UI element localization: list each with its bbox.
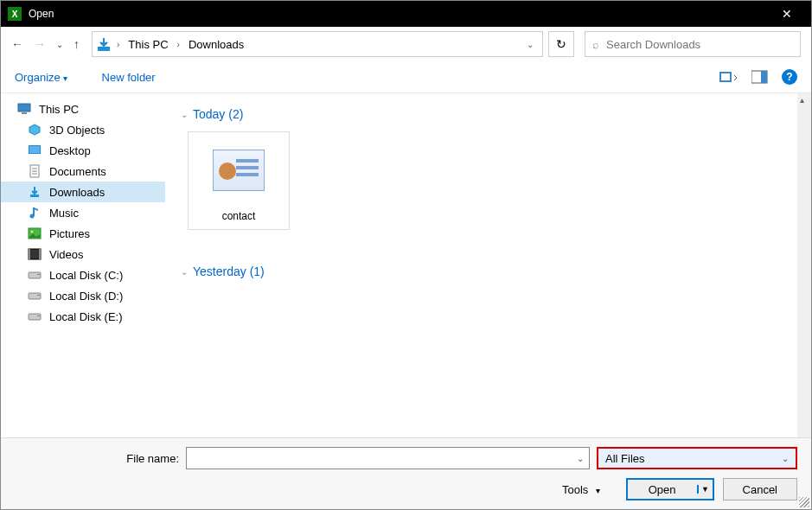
svg-rect-25 <box>37 316 40 316</box>
scrollbar[interactable] <box>797 93 811 437</box>
file-item[interactable]: contact <box>188 131 290 230</box>
sidebar-item-label: Local Disk (D:) <box>49 290 123 303</box>
video-icon <box>27 247 42 261</box>
svg-rect-18 <box>29 249 30 259</box>
up-button[interactable]: ↑ <box>74 37 80 51</box>
sidebar-item-3d-objects[interactable]: 3D Objects <box>1 119 165 140</box>
organize-menu[interactable]: Organize <box>15 71 67 84</box>
group-label: Yesterday (1) <box>193 265 265 278</box>
forward-button[interactable]: → <box>34 37 46 51</box>
sidebar-item-desktop[interactable]: Desktop <box>1 140 165 161</box>
disk-icon <box>27 268 42 282</box>
nav-arrows: ← → ⌄ ↑ <box>11 37 80 51</box>
svg-rect-5 <box>22 112 27 114</box>
file-type-filter[interactable]: All Files ⌄ <box>597 447 797 469</box>
group-header[interactable]: ⌄Yesterday (1) <box>181 265 782 278</box>
tools-menu[interactable]: Tools <box>562 483 600 496</box>
pic-icon <box>27 226 42 240</box>
svg-rect-1 <box>721 73 730 80</box>
svg-rect-22 <box>29 293 41 299</box>
svg-rect-3 <box>761 71 767 83</box>
bottom-panel: File name: ⌄ All Files ⌄ Tools Open ▼ Ca… <box>1 437 811 509</box>
group-header[interactable]: ⌄Today (2) <box>181 107 782 121</box>
sidebar-item-label: 3D Objects <box>49 124 105 137</box>
sidebar-item-videos[interactable]: Videos <box>1 244 165 265</box>
doc-icon <box>27 164 42 178</box>
downloads-icon <box>96 36 112 52</box>
chevron-down-icon: ⌄ <box>782 454 789 463</box>
open-button[interactable]: Open ▼ <box>626 478 714 500</box>
refresh-button[interactable]: ↻ <box>548 31 574 57</box>
chevron-right-icon[interactable]: › <box>117 40 119 49</box>
filename-label: File name: <box>15 452 179 465</box>
sidebar-item-label: Documents <box>49 165 106 178</box>
titlebar: X Open ✕ <box>1 1 811 27</box>
sidebar-item-label: This PC <box>39 103 79 116</box>
sidebar-item-local-disk-d-[interactable]: Local Disk (D:) <box>1 285 165 306</box>
disk-icon <box>27 289 42 303</box>
svg-marker-6 <box>29 124 40 135</box>
cancel-button[interactable]: Cancel <box>723 478 797 500</box>
chevron-right-icon[interactable]: › <box>177 40 180 49</box>
music-icon <box>27 206 42 220</box>
filename-input[interactable] <box>187 452 572 465</box>
svg-rect-21 <box>37 274 40 275</box>
sidebar-item-pictures[interactable]: Pictures <box>1 223 165 244</box>
open-split-dropdown[interactable]: ▼ <box>697 485 713 494</box>
address-dropdown[interactable]: ⌄ <box>521 40 539 49</box>
3d-icon <box>27 123 42 137</box>
excel-icon: X <box>8 7 22 21</box>
preview-pane-button[interactable] <box>751 69 770 85</box>
group-label: Today (2) <box>193 107 243 121</box>
main-area: This PC3D ObjectsDesktopDocumentsDownloa… <box>1 92 811 437</box>
breadcrumb-this-pc[interactable]: This PC <box>125 36 171 53</box>
resize-grip[interactable] <box>799 497 809 507</box>
address-bar[interactable]: › This PC › Downloads ⌄ <box>92 31 543 57</box>
svg-rect-24 <box>29 314 41 320</box>
view-mode-button[interactable] <box>719 69 738 85</box>
sidebar-item-label: Pictures <box>49 227 90 240</box>
svg-rect-20 <box>29 272 41 278</box>
open-dialog: X Open ✕ ← → ⌄ ↑ › This PC › Downloads ⌄… <box>0 0 812 510</box>
file-list[interactable]: ⌄Today (2)contact⌄Yesterday (1) <box>165 93 797 437</box>
help-button[interactable]: ? <box>782 69 797 85</box>
sidebar-item-local-disk-e-[interactable]: Local Disk (E:) <box>1 306 165 327</box>
svg-point-14 <box>30 214 35 219</box>
svg-rect-17 <box>29 249 41 259</box>
sidebar-item-label: Local Disk (C:) <box>49 269 123 282</box>
filename-combo[interactable]: ⌄ <box>186 447 590 469</box>
filter-label: All Files <box>605 452 645 465</box>
sidebar-item-documents[interactable]: Documents <box>1 161 165 182</box>
nav-row: ← → ⌄ ↑ › This PC › Downloads ⌄ ↻ ⌕ <box>1 27 811 61</box>
svg-rect-23 <box>37 295 40 296</box>
content-pane: ⌄Today (2)contact⌄Yesterday (1) <box>165 93 811 437</box>
search-box[interactable]: ⌕ <box>585 31 801 57</box>
sidebar-item-label: Downloads <box>49 186 105 199</box>
search-icon: ⌕ <box>592 38 599 51</box>
sidebar-item-label: Desktop <box>49 144 91 157</box>
recent-dropdown[interactable]: ⌄ <box>56 40 63 49</box>
pc-icon <box>16 102 32 116</box>
sidebar-item-label: Local Disk (E:) <box>49 310 123 323</box>
new-folder-button[interactable]: New folder <box>102 71 156 84</box>
file-name: contact <box>222 210 256 222</box>
sidebar-item-downloads[interactable]: Downloads <box>1 182 165 202</box>
breadcrumb-downloads[interactable]: Downloads <box>185 36 247 53</box>
svg-rect-4 <box>18 104 30 112</box>
download-icon <box>27 185 42 199</box>
svg-rect-19 <box>39 249 41 259</box>
sidebar-item-local-disk-c-[interactable]: Local Disk (C:) <box>1 265 165 285</box>
dialog-title: Open <box>29 8 770 20</box>
toolbar: Organize New folder ? <box>1 61 811 92</box>
svg-rect-13 <box>30 194 39 197</box>
nav-tree[interactable]: This PC3D ObjectsDesktopDocumentsDownloa… <box>1 93 165 437</box>
search-input[interactable] <box>606 38 793 51</box>
sidebar-item-music[interactable]: Music <box>1 202 165 223</box>
disk-icon <box>27 309 42 323</box>
filename-dropdown[interactable]: ⌄ <box>572 454 589 463</box>
chevron-down-icon: ⌄ <box>181 110 188 119</box>
svg-point-16 <box>31 231 34 233</box>
close-button[interactable]: ✕ <box>770 1 804 27</box>
sidebar-item-this-pc[interactable]: This PC <box>1 99 165 119</box>
back-button[interactable]: ← <box>11 37 23 51</box>
